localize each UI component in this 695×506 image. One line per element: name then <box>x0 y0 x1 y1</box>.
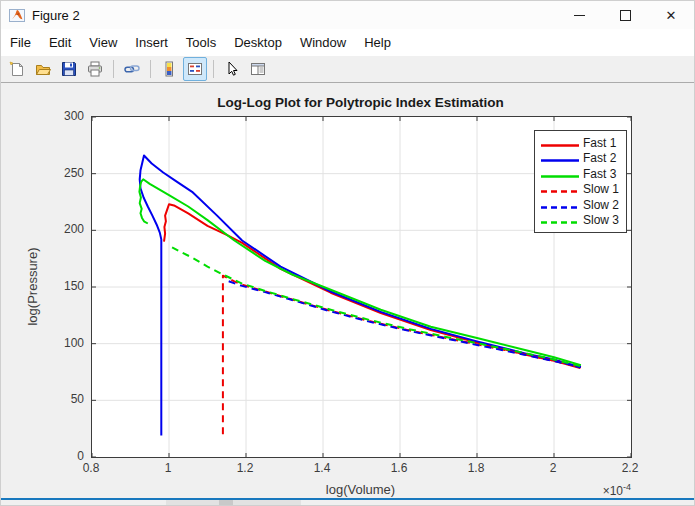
menu-item-edit[interactable]: Edit <box>40 30 80 55</box>
y-axis-label: log(Pressure) <box>25 222 40 352</box>
legend-item: Slow 1 <box>541 182 619 198</box>
legend-item: Slow 2 <box>541 197 619 213</box>
link-plot-button[interactable] <box>120 57 144 81</box>
figure-canvas: Log-Log Plot for Polytropic Index Estima… <box>1 83 695 498</box>
maximize-button[interactable] <box>602 1 648 29</box>
close-icon: ✕ <box>666 9 677 22</box>
menu-item-help[interactable]: Help <box>355 30 400 55</box>
series-line-slow-1 <box>223 276 581 435</box>
minimize-button[interactable] <box>556 1 602 29</box>
legend-label: Fast 2 <box>583 151 616 165</box>
x-axis-multiplier: ×10-4 <box>541 482 631 498</box>
background-sliver <box>166 500 301 506</box>
toolbar-separator <box>213 60 214 78</box>
save-icon <box>61 61 77 77</box>
background-sliver-detail <box>219 500 233 506</box>
legend-label: Slow 2 <box>583 198 619 212</box>
toolbar-separator <box>113 60 114 78</box>
plot-axes[interactable]: Fast 1Fast 2Fast 3Slow 1Slow 2Slow 3 <box>91 116 632 458</box>
x-tick-label: 0.8 <box>71 461 111 475</box>
menu-item-tools[interactable]: Tools <box>177 30 225 55</box>
legend-label: Slow 1 <box>583 182 619 196</box>
series-line-fast-2 <box>140 156 581 436</box>
menu-item-file[interactable]: File <box>1 30 40 55</box>
background-strip <box>1 500 695 506</box>
x-tick-label: 1 <box>148 461 188 475</box>
x-tick-label: 1.8 <box>456 461 496 475</box>
legend[interactable]: Fast 1Fast 2Fast 3Slow 1Slow 2Slow 3 <box>534 130 627 233</box>
maximize-icon <box>620 10 631 21</box>
title-bar: Figure 2 ✕ <box>1 1 694 29</box>
matlab-figure-icon <box>9 7 25 23</box>
menu-item-desktop[interactable]: Desktop <box>225 30 291 55</box>
legend-item: Fast 3 <box>541 166 619 182</box>
open-folder-icon <box>35 61 51 77</box>
insert-colorbar-button[interactable] <box>157 57 181 81</box>
x-tick-label: 1.2 <box>225 461 265 475</box>
legend-item: Fast 2 <box>541 151 619 167</box>
legend-label: Fast 1 <box>583 136 616 150</box>
save-figure-button[interactable] <box>57 57 81 81</box>
toolbar-separator <box>150 60 151 78</box>
legend-label: Fast 3 <box>583 167 616 181</box>
property-inspector-icon <box>250 61 266 77</box>
edit-plot-button[interactable] <box>220 57 244 81</box>
minimize-icon <box>574 15 585 16</box>
cursor-arrow-icon <box>224 61 240 77</box>
legend-label: Slow 3 <box>583 213 619 227</box>
window-controls: ✕ <box>556 1 694 29</box>
property-inspector-button[interactable] <box>246 57 270 81</box>
y-tick-label: 0 <box>42 449 84 463</box>
menu-item-insert[interactable]: Insert <box>126 30 177 55</box>
legend-icon <box>187 61 203 77</box>
window-title: Figure 2 <box>32 8 80 23</box>
menu-bar: FileEditViewInsertToolsDesktopWindowHelp <box>1 29 694 56</box>
y-tick-label: 250 <box>42 166 84 180</box>
close-button[interactable]: ✕ <box>648 1 694 29</box>
x-tick-label: 1.4 <box>302 461 342 475</box>
series-line-fast-3 <box>139 179 581 365</box>
x-tick-label: 1.6 <box>379 461 419 475</box>
menu-item-window[interactable]: Window <box>291 30 355 55</box>
y-tick-label: 200 <box>42 222 84 236</box>
legend-item: Fast 1 <box>541 135 619 151</box>
figure-window: Figure 2 ✕ FileEditViewInsertToolsDeskto… <box>0 0 695 506</box>
toolbar <box>1 56 694 83</box>
legend-line-sample <box>541 211 579 229</box>
legend-item: Slow 3 <box>541 213 619 229</box>
link-icon <box>124 61 140 77</box>
x-tick-label: 2 <box>533 461 573 475</box>
new-figure-button[interactable] <box>5 57 29 81</box>
colorbar-icon <box>161 61 177 77</box>
y-tick-label: 150 <box>42 279 84 293</box>
open-file-button[interactable] <box>31 57 55 81</box>
y-tick-label: 50 <box>42 392 84 406</box>
print-figure-button[interactable] <box>83 57 107 81</box>
print-icon <box>87 61 103 77</box>
menu-item-view[interactable]: View <box>80 30 126 55</box>
y-tick-label: 100 <box>42 336 84 350</box>
insert-legend-button[interactable] <box>183 57 207 81</box>
plot-title: Log-Log Plot for Polytropic Index Estima… <box>91 95 630 110</box>
new-document-icon <box>9 61 25 77</box>
y-tick-label: 300 <box>42 109 84 123</box>
x-tick-label: 2.2 <box>610 461 650 475</box>
